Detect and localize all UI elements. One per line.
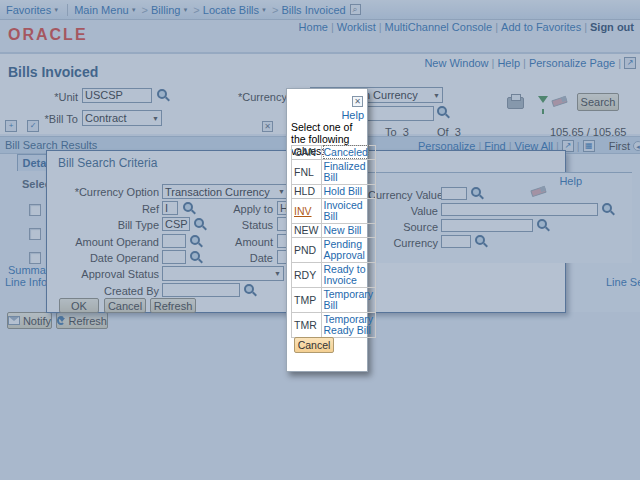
value-label-cell: Temporary Ready Bill [321, 313, 376, 338]
application-window: Favorites▼Main Menu▼>Billing▼>Locate Bil… [0, 0, 640, 480]
lookup-value-row: CANCanceled [292, 146, 376, 160]
value-code-cell: CAN [292, 146, 322, 160]
value-code-cell: TMP [292, 288, 322, 313]
popup-cancel-button[interactable]: Cancel [294, 337, 334, 353]
value-code-link[interactable]: TMR [294, 319, 317, 331]
value-code-cell: FNL [292, 160, 322, 185]
value-label-link[interactable]: Invoiced Bill [324, 199, 363, 222]
lookup-values-popup: ✕ Help Select one of the following value… [286, 88, 368, 372]
value-code-cell: RDY [292, 263, 322, 288]
lookup-value-row: PNDPending Approval [292, 238, 376, 263]
value-code-cell: HLD [292, 185, 322, 199]
value-label-link[interactable]: New Bill [324, 224, 362, 236]
value-code-link[interactable]: FNL [294, 166, 314, 178]
lookup-value-row: HLDHold Bill [292, 185, 376, 199]
value-label-cell: New Bill [321, 224, 376, 238]
value-label-link[interactable]: Temporary Ready Bill [324, 313, 374, 336]
value-label-link[interactable]: Pending Approval [324, 238, 365, 261]
value-code-cell: INV [292, 199, 322, 224]
lookup-value-row: TMRTemporary Ready Bill [292, 313, 376, 338]
value-code-cell: PND [292, 238, 322, 263]
value-code-link[interactable]: TMP [294, 294, 316, 306]
popup-values-table: CANCanceledFNLFinalized BillHLDHold Bill… [291, 145, 376, 338]
value-code-link[interactable]: CAN [294, 146, 316, 158]
value-label-cell: Finalized Bill [321, 160, 376, 185]
value-label-link[interactable]: Finalized Bill [324, 160, 366, 183]
value-label-cell: Invoiced Bill [321, 199, 376, 224]
close-icon[interactable]: ✕ [352, 96, 363, 107]
value-label-cell: Canceled [321, 146, 376, 160]
lookup-value-row: INVInvoiced Bill [292, 199, 376, 224]
value-label-cell: Hold Bill [321, 185, 376, 199]
lookup-value-row: RDYReady to Invoice [292, 263, 376, 288]
value-label-link[interactable]: Temporary Bill [324, 288, 374, 311]
lookup-value-row: NEWNew Bill [292, 224, 376, 238]
lookup-value-row: TMPTemporary Bill [292, 288, 376, 313]
value-label-link[interactable]: Canceled [324, 146, 368, 158]
value-label-link[interactable]: Ready to Invoice [324, 263, 366, 286]
value-code-link[interactable]: RDY [294, 269, 316, 281]
value-label-cell: Temporary Bill [321, 288, 376, 313]
value-label-cell: Ready to Invoice [321, 263, 376, 288]
value-label-link[interactable]: Hold Bill [324, 185, 363, 197]
popup-help-link[interactable]: Help [327, 109, 364, 121]
value-code-link[interactable]: INV [294, 205, 312, 217]
value-label-cell: Pending Approval [321, 238, 376, 263]
value-code-link[interactable]: PND [294, 244, 316, 256]
value-code-link[interactable]: HLD [294, 185, 315, 197]
lookup-value-row: FNLFinalized Bill [292, 160, 376, 185]
value-code-cell: NEW [292, 224, 322, 238]
value-code-cell: TMR [292, 313, 322, 338]
value-code-link[interactable]: NEW [294, 224, 319, 236]
